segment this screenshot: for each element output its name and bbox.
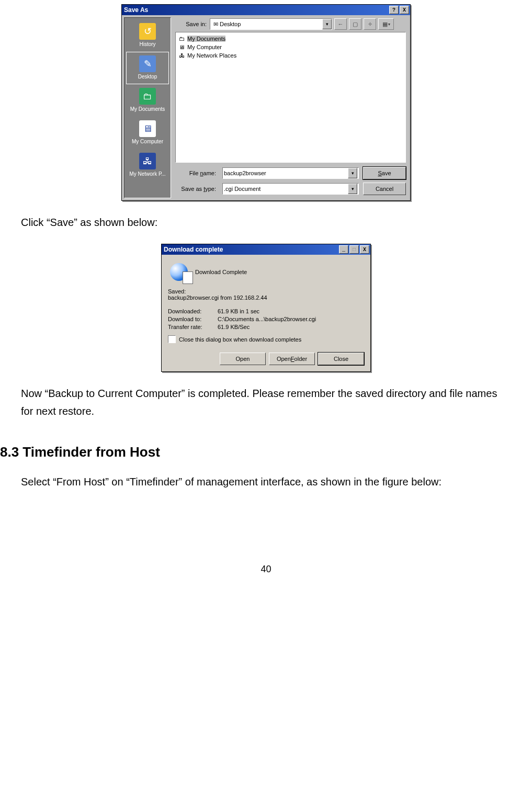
place-history[interactable]: ↺ History bbox=[127, 20, 168, 51]
save-as-type-label: Save as type: bbox=[175, 186, 218, 192]
place-my-computer-label: My Computer bbox=[127, 139, 168, 144]
minimize-button[interactable]: _ bbox=[339, 245, 348, 254]
transfer-rate-value: 61.9 KB/Sec bbox=[218, 324, 250, 330]
place-desktop[interactable]: ✎ Desktop bbox=[127, 52, 168, 84]
nav-back-button[interactable]: ← bbox=[334, 18, 347, 30]
close-when-complete-label: Close this dialog box when download comp… bbox=[179, 336, 301, 343]
save-in-label: Save in: bbox=[175, 21, 210, 27]
close-dialog-button[interactable]: Close bbox=[318, 353, 364, 365]
cancel-button[interactable]: Cancel bbox=[363, 183, 406, 195]
network-icon: 🖧 bbox=[178, 52, 185, 59]
chevron-down-icon[interactable]: ▾ bbox=[348, 168, 357, 178]
save-as-type-value: .cgi Document bbox=[224, 186, 261, 192]
place-my-computer[interactable]: 🖥 My Computer bbox=[127, 117, 168, 149]
instruction-text-3: Select “From Host” on “Timefinder” of ma… bbox=[21, 473, 511, 491]
desktop-icon: ✎ bbox=[139, 55, 156, 72]
my-documents-icon: 🗀 bbox=[139, 88, 156, 105]
open-folder-button[interactable]: Open Folder bbox=[269, 353, 315, 365]
page-number: 40 bbox=[21, 564, 511, 575]
download-complete-title: Download complete bbox=[164, 246, 223, 253]
transfer-rate-label: Transfer rate: bbox=[168, 324, 218, 330]
document-icon bbox=[183, 271, 193, 284]
my-computer-icon: 🖥 bbox=[139, 120, 156, 137]
list-item[interactable]: 🖥 My Computer bbox=[178, 43, 403, 51]
instruction-text-2: Now “Backup to Current Computer” is comp… bbox=[21, 384, 511, 420]
save-in-dropdown[interactable]: ✉ Desktop ▾ bbox=[210, 18, 332, 30]
file-list[interactable]: 🗀 My Documents 🖥 My Computer 🖧 My Networ… bbox=[175, 32, 406, 163]
file-name-input[interactable]: backup2browser ▾ bbox=[222, 167, 359, 179]
download-to-label: Download to: bbox=[168, 316, 218, 322]
file-list-my-documents: My Documents bbox=[187, 36, 225, 42]
place-my-network-label: My Network P... bbox=[127, 171, 168, 177]
place-my-documents[interactable]: 🗀 My Documents bbox=[127, 85, 168, 116]
close-button[interactable]: X bbox=[360, 245, 369, 254]
file-list-my-network-places: My Network Places bbox=[187, 52, 236, 59]
nav-views-button[interactable]: ▦▾ bbox=[378, 18, 394, 30]
list-item[interactable]: 🗀 My Documents bbox=[178, 35, 403, 43]
save-in-value: Desktop bbox=[220, 21, 241, 27]
file-name-value: backup2browser bbox=[224, 170, 266, 176]
maximize-button[interactable]: □ bbox=[349, 245, 359, 254]
downloaded-label: Downloaded: bbox=[168, 308, 218, 314]
list-item[interactable]: 🖧 My Network Places bbox=[178, 51, 403, 60]
section-heading: 8.3 Timefinder from Host bbox=[0, 444, 511, 460]
file-list-my-computer: My Computer bbox=[187, 44, 222, 50]
open-button[interactable]: Open bbox=[220, 353, 266, 365]
download-to-value: C:\Documents a...\backup2browser.cgi bbox=[218, 316, 316, 322]
place-my-network[interactable]: 🖧 My Network P... bbox=[127, 150, 168, 181]
help-button[interactable]: ? bbox=[389, 6, 399, 14]
folder-icon: 🗀 bbox=[178, 35, 185, 42]
computer-icon: 🖥 bbox=[178, 43, 185, 51]
save-as-dialog: Save As ? X ↺ History ✎ Desktop 🗀 bbox=[121, 4, 411, 201]
my-network-icon: 🖧 bbox=[139, 153, 156, 169]
file-name-label: File name: bbox=[175, 170, 218, 176]
instruction-text-1: Click “Save” as shown below: bbox=[21, 213, 511, 231]
saved-value: backup2browser.cgi from 192.168.2.44 bbox=[168, 294, 364, 301]
download-globe-icon bbox=[170, 263, 188, 281]
place-desktop-label: Desktop bbox=[127, 74, 168, 80]
close-when-complete-checkbox[interactable] bbox=[168, 335, 176, 343]
download-complete-heading: Download Complete bbox=[195, 269, 247, 275]
places-bar: ↺ History ✎ Desktop 🗀 My Documents 🖥 My … bbox=[124, 17, 171, 198]
save-as-titlebar: Save As ? X bbox=[122, 5, 410, 15]
nav-up-button[interactable]: ▢ bbox=[349, 18, 361, 30]
downloaded-value: 61.9 KB in 1 sec bbox=[218, 308, 259, 314]
nav-new-folder-button[interactable]: ✧ bbox=[364, 18, 376, 30]
history-icon: ↺ bbox=[139, 23, 156, 40]
close-button[interactable]: X bbox=[400, 6, 409, 14]
download-complete-dialog: Download complete _ □ X Download Complet… bbox=[161, 244, 371, 372]
place-history-label: History bbox=[127, 41, 168, 47]
chevron-down-icon[interactable]: ▾ bbox=[322, 19, 332, 29]
desktop-small-icon: ✉ bbox=[211, 21, 220, 28]
place-my-documents-label: My Documents bbox=[127, 106, 168, 112]
save-as-title: Save As bbox=[124, 6, 148, 14]
save-button[interactable]: Save bbox=[363, 167, 406, 179]
saved-label: Saved: bbox=[168, 288, 364, 294]
chevron-down-icon[interactable]: ▾ bbox=[348, 184, 357, 194]
download-complete-titlebar: Download complete _ □ X bbox=[162, 244, 370, 255]
save-as-type-input[interactable]: .cgi Document ▾ bbox=[222, 183, 359, 195]
